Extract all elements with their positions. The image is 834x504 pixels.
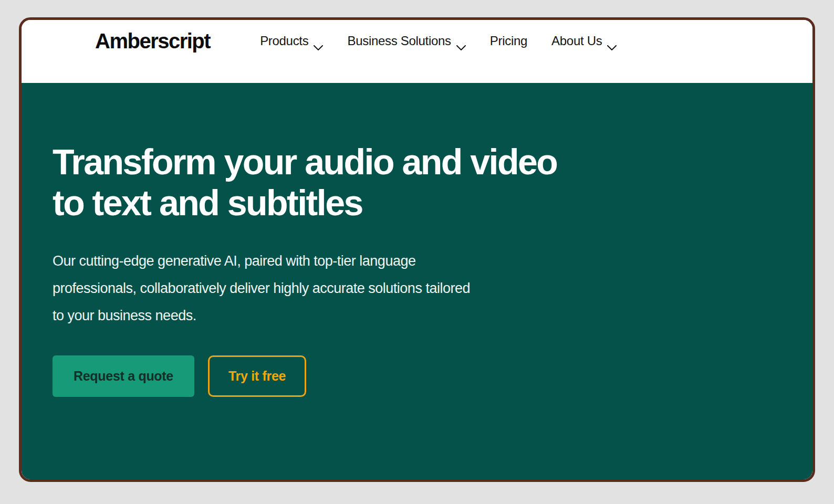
hero-heading-line2: to text and subtitles xyxy=(53,183,362,223)
page-frame: Amberscript Products Business Solutions … xyxy=(19,17,815,482)
nav-item-about-us[interactable]: About Us xyxy=(551,34,617,48)
chevron-down-icon xyxy=(607,39,617,45)
hero-paragraph: Our cutting-edge generative AI, paired w… xyxy=(53,247,812,329)
nav-item-pricing[interactable]: Pricing xyxy=(490,34,527,48)
chevron-down-icon xyxy=(314,39,323,45)
nav-item-business-solutions[interactable]: Business Solutions xyxy=(347,34,465,48)
nav-item-label: Business Solutions xyxy=(347,34,451,48)
main-nav: Products Business Solutions Pricing Abou… xyxy=(260,34,617,48)
nav-item-label: Products xyxy=(260,34,308,48)
hero-paragraph-line: Our cutting-edge generative AI, paired w… xyxy=(53,247,812,275)
site-header: Amberscript Products Business Solutions … xyxy=(22,20,812,83)
cta-row: Request a quote Try it free xyxy=(53,355,812,397)
hero-paragraph-line: professionals, collaboratively deliver h… xyxy=(53,275,812,302)
logo[interactable]: Amberscript xyxy=(95,29,210,53)
hero-paragraph-line: to your business needs. xyxy=(53,302,812,329)
hero-heading: Transform your audio and video to text a… xyxy=(53,142,812,223)
chevron-down-icon xyxy=(456,39,466,45)
hero-section: Transform your audio and video to text a… xyxy=(22,83,812,482)
try-it-free-button[interactable]: Try it free xyxy=(208,355,306,397)
nav-item-label: Pricing xyxy=(490,34,527,48)
request-quote-button[interactable]: Request a quote xyxy=(53,355,194,397)
nav-item-products[interactable]: Products xyxy=(260,34,323,48)
hero-heading-line1: Transform your audio and video xyxy=(53,142,557,182)
nav-item-label: About Us xyxy=(551,34,602,48)
